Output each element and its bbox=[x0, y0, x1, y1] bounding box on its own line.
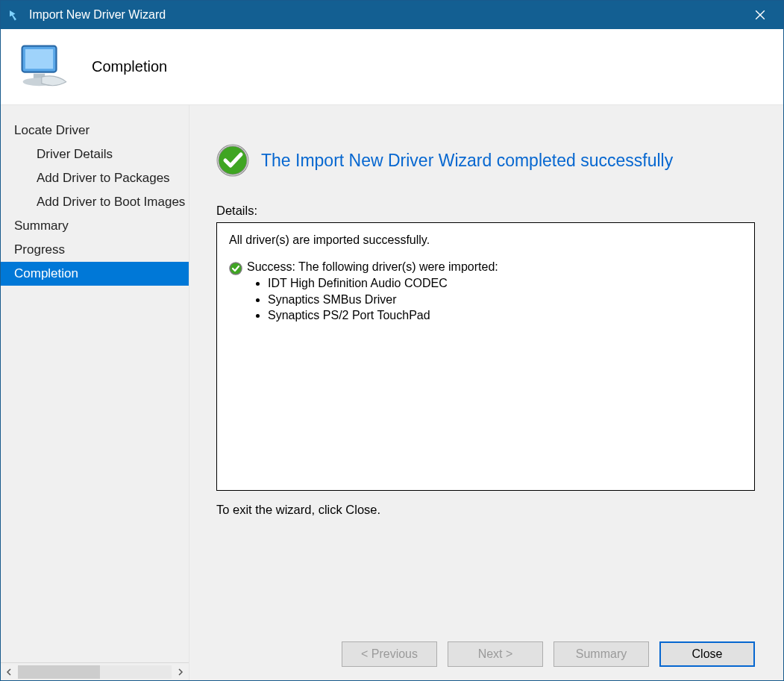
page-title: Completion bbox=[92, 58, 167, 75]
success-message: The Import New Driver Wizard completed s… bbox=[261, 151, 673, 171]
titlebar: Import New Driver Wizard bbox=[1, 1, 783, 29]
wizard-steps-nav: Locate DriverDriver DetailsAdd Driver to… bbox=[1, 105, 189, 662]
details-box[interactable]: All driver(s) are imported successfully.… bbox=[216, 222, 755, 491]
svg-rect-3 bbox=[25, 48, 53, 68]
success-banner: The Import New Driver Wizard completed s… bbox=[216, 144, 755, 177]
chevron-left-icon bbox=[5, 668, 13, 676]
sidebar-item-driver-details[interactable]: Driver Details bbox=[1, 142, 189, 166]
sidebar-item-add-driver-to-packages[interactable]: Add Driver to Packages bbox=[1, 166, 189, 190]
details-label: Details: bbox=[216, 204, 755, 218]
sidebar: Locate DriverDriver DetailsAdd Driver to… bbox=[1, 105, 189, 680]
sidebar-item-completion[interactable]: Completion bbox=[1, 262, 189, 286]
close-button[interactable]: Close bbox=[659, 641, 755, 667]
details-summary-line: All driver(s) are imported successfully. bbox=[229, 233, 742, 247]
window-title: Import New Driver Wizard bbox=[29, 8, 743, 22]
footer-buttons: < Previous Next > Summary Close bbox=[216, 619, 755, 667]
previous-button[interactable]: < Previous bbox=[342, 641, 437, 667]
sidebar-scrollbar[interactable] bbox=[1, 662, 189, 680]
wizard-window: Import New Driver Wizard Completion Loca… bbox=[0, 0, 784, 681]
window-close-button[interactable] bbox=[743, 1, 777, 29]
driver-list-item: IDT High Definition Audio CODEC bbox=[268, 275, 498, 292]
small-check-icon bbox=[229, 262, 242, 275]
sidebar-item-add-driver-to-boot-images[interactable]: Add Driver to Boot Images bbox=[1, 190, 189, 214]
monitor-icon bbox=[17, 41, 69, 93]
success-check-icon bbox=[216, 144, 249, 177]
exit-hint: To exit the wizard, click Close. bbox=[216, 503, 755, 517]
details-success-line: Success: The following driver(s) were im… bbox=[229, 260, 742, 324]
sidebar-item-progress[interactable]: Progress bbox=[1, 238, 189, 262]
close-icon bbox=[755, 10, 765, 20]
app-arrow-icon bbox=[7, 7, 22, 22]
driver-list-item: Synaptics PS/2 Port TouchPad bbox=[268, 307, 498, 324]
details-success-body: Success: The following driver(s) were im… bbox=[247, 260, 498, 324]
header: Completion bbox=[1, 29, 783, 105]
driver-list: IDT High Definition Audio CODECSynaptics… bbox=[247, 275, 498, 324]
scroll-thumb[interactable] bbox=[18, 665, 100, 679]
body: Locate DriverDriver DetailsAdd Driver to… bbox=[1, 105, 783, 680]
svg-point-8 bbox=[230, 263, 242, 274]
scroll-left-button[interactable] bbox=[1, 664, 17, 680]
driver-list-item: Synaptics SMBus Driver bbox=[268, 292, 498, 308]
sidebar-item-locate-driver[interactable]: Locate Driver bbox=[1, 119, 189, 142]
main-panel: The Import New Driver Wizard completed s… bbox=[189, 105, 783, 680]
chevron-right-icon bbox=[177, 668, 184, 676]
summary-button[interactable]: Summary bbox=[553, 641, 649, 667]
success-prefix: Success: The following driver(s) were im… bbox=[247, 260, 498, 273]
sidebar-item-summary[interactable]: Summary bbox=[1, 214, 189, 238]
next-button[interactable]: Next > bbox=[448, 641, 543, 667]
scroll-track[interactable] bbox=[18, 665, 172, 679]
scroll-right-button[interactable] bbox=[172, 664, 189, 680]
